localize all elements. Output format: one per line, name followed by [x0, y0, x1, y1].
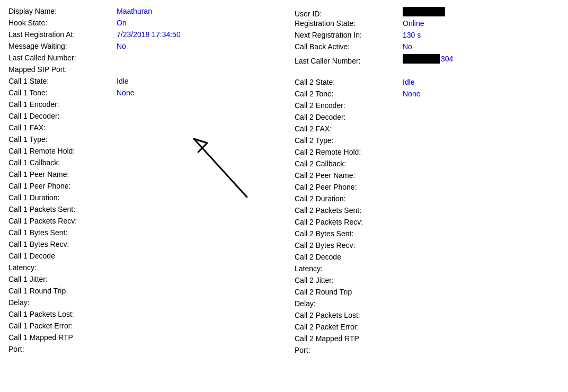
row-label: Call 2 Bytes Recv: — [295, 241, 401, 250]
info-row: Call 2 Remote Hold: — [295, 147, 560, 159]
row-label: Display Name: — [8, 7, 114, 15]
row-label: Call 2 Encoder: — [295, 101, 401, 110]
info-row: Call 2 Mapped RTP — [295, 334, 560, 345]
info-row: Call 2 Tone:None — [295, 89, 560, 101]
row-label: Latency: — [8, 263, 114, 272]
info-row: Call 2 Bytes Sent: — [295, 229, 560, 240]
row-value: No — [117, 42, 126, 50]
info-row: Call 2 Decode — [295, 252, 560, 264]
row-label: Call 2 Type: — [295, 136, 401, 145]
row-label: Call 1 Tone: — [8, 88, 114, 97]
row-label: Call 1 Packet Error: — [8, 322, 114, 330]
row-label: Last Called Number: — [8, 54, 114, 62]
row-label: Call 2 FAX: — [295, 124, 401, 133]
row-label: Call 1 Bytes Recv: — [8, 240, 114, 248]
row-label: Call 1 Encoder: — [8, 100, 114, 109]
info-row: Call 2 Decoder: — [295, 112, 560, 124]
row-label: Next Registration In: — [295, 31, 401, 39]
row-value: 130 s — [403, 31, 421, 39]
info-row: Next Registration In:130 s — [295, 30, 560, 42]
info-row: Delay: — [8, 298, 273, 309]
row-label: Call Back Active: — [295, 42, 401, 51]
row-label: Call 1 Mapped RTP — [8, 333, 114, 342]
info-row: Call 2 Packets Lost: — [295, 310, 560, 322]
info-row: Call 1 Bytes Recv: — [8, 239, 273, 251]
partial-redacted-value: 304 — [403, 54, 453, 64]
row-label: Call 2 Round Trip — [295, 288, 401, 296]
row-label: Call 2 Packet Error: — [295, 323, 401, 331]
row-label: User ID: — [295, 10, 401, 18]
info-row: Call 2 Packets Sent: — [295, 206, 560, 217]
row-label: Call 2 Tone: — [295, 90, 401, 98]
row-label: Call 2 Peer Name: — [295, 171, 401, 180]
info-row: Port: — [295, 345, 560, 357]
info-row: Port: — [8, 344, 273, 356]
info-row: Call 2 Round Trip — [295, 287, 560, 299]
info-row: Call Back Active:No — [295, 42, 560, 54]
row-label: Call 1 Type: — [8, 135, 114, 144]
row-label: Last Registration At: — [8, 30, 114, 39]
row-label: Call 2 Callback: — [295, 159, 401, 168]
info-row: Hook State:On — [8, 18, 273, 30]
info-row: Call 1 State:Idle — [8, 76, 273, 88]
row-label: Call 2 State: — [295, 78, 401, 86]
row-label: Delay: — [295, 299, 401, 308]
redacted-block — [403, 54, 440, 64]
row-label: Call 1 Duration: — [8, 193, 114, 202]
info-row: Call 2 Peer Name: — [295, 171, 560, 182]
info-row: Latency: — [295, 264, 560, 275]
row-label: Call 1 Packets Lost: — [8, 310, 114, 318]
row-label: Last Caller Number: — [295, 57, 401, 65]
info-row: Call 1 Packet Error: — [8, 321, 273, 333]
info-row: Call 2 Packets Recv: — [295, 217, 560, 229]
info-row: Call 1 Bytes Sent: — [8, 228, 273, 239]
info-row: Call 1 Mapped RTP — [8, 333, 273, 344]
row-label: Message Waiting: — [8, 42, 114, 50]
info-row: Latency: — [8, 263, 273, 274]
row-label: Call 1 Bytes Sent: — [8, 228, 114, 237]
row-value: Maathuran — [117, 7, 152, 15]
info-row: Last Registration At:7/23/2018 17:34:50 — [8, 30, 273, 41]
row-value: 7/23/2018 17:34:50 — [117, 30, 181, 39]
row-label: Hook State: — [8, 19, 114, 27]
info-row: Call 1 Decode — [8, 251, 273, 263]
info-row: Call 1 Duration: — [8, 193, 273, 204]
info-row: Call 2 Type: — [295, 136, 560, 147]
info-row: Call 2 Jitter: — [295, 275, 560, 287]
info-row: Call 2 Bytes Recv: — [295, 240, 560, 252]
row-value: No — [403, 42, 412, 51]
left-column: Display Name:MaathuranHook State:OnLast … — [8, 6, 273, 357]
info-row: Call 1 FAX: — [8, 123, 273, 135]
row-label: Call 1 Remote Hold: — [8, 147, 114, 155]
row-label: Call 1 FAX: — [8, 123, 114, 132]
row-label: Call 1 Callback: — [8, 158, 114, 167]
row-label: Call 2 Packets Recv: — [295, 218, 401, 226]
info-row: Call 1 Packets Lost: — [8, 309, 273, 321]
info-row: Call 2 FAX: — [295, 124, 560, 136]
row-label: Call 2 Packets Lost: — [295, 311, 401, 319]
row-value: None — [403, 90, 420, 98]
info-row: Call 2 Peer Phone: — [295, 182, 560, 194]
info-row: Last Called Number: — [8, 53, 273, 65]
row-value: Idle — [117, 77, 129, 85]
row-label: Call 2 Bytes Sent: — [295, 229, 401, 238]
row-label: Registration State: — [295, 19, 401, 28]
info-row: Call 1 Callback: — [8, 158, 273, 170]
info-row: Call 1 Decoder: — [8, 111, 273, 123]
row-label: Call 1 State: — [8, 77, 114, 85]
row-label: Call 1 Decoder: — [8, 112, 114, 120]
row-label: Call 2 Decode — [295, 253, 401, 261]
info-row: Delay: — [295, 299, 560, 310]
row-label: Call 2 Remote Hold: — [295, 148, 401, 156]
info-row: Call 1 Packets Recv: — [8, 216, 273, 228]
row-label: Call 1 Peer Phone: — [8, 182, 114, 190]
info-row: Call 1 Peer Phone: — [8, 181, 273, 193]
info-row: Registration State:Online — [295, 19, 560, 30]
info-row: User ID: — [295, 6, 560, 19]
row-label: Call 2 Packets Sent: — [295, 206, 401, 215]
redacted-value — [403, 7, 445, 16]
row-value: None — [117, 88, 134, 97]
info-row: Call 2 Duration: — [295, 194, 560, 206]
row-label: Port: — [8, 345, 114, 353]
row-value: On — [117, 19, 127, 27]
